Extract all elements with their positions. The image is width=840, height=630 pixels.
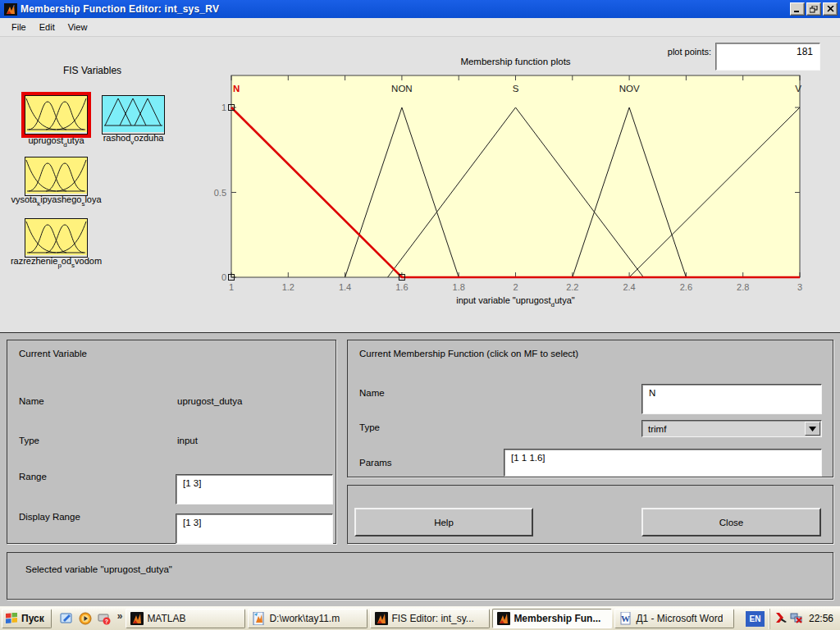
close-button[interactable]: Close — [641, 508, 821, 536]
quick-launch-show-desktop[interactable] — [58, 610, 75, 627]
mf-label-NOV[interactable]: NOV — [619, 84, 640, 94]
fis-variable-selection-border — [98, 92, 168, 138]
trimf-preview-icon — [103, 96, 164, 132]
actions-panel: Help Close — [347, 485, 833, 544]
taskbar-button-label: MATLAB — [147, 613, 185, 624]
mf-params-label: Params — [359, 458, 392, 468]
chevron-down-icon[interactable] — [805, 422, 820, 436]
status-panel: Selected variable "uprugost_dutya" — [7, 552, 833, 600]
taskbar-button-matlab[interactable]: MATLAB — [126, 609, 245, 628]
windows-logo-icon — [6, 613, 18, 624]
y-tick-label: 0 — [221, 272, 226, 282]
toolbar-overflow-chevron[interactable]: » — [116, 610, 126, 627]
mf-label-S[interactable]: S — [513, 84, 519, 94]
mf-type-label: Type — [359, 422, 380, 432]
fis-variable-label: vysotakipyashegosloya — [11, 194, 101, 208]
x-tick-label: 3 — [797, 282, 802, 292]
fis-variable-vysota_kipyashego_sloya[interactable]: vysotakipyashegosloya — [21, 153, 91, 199]
fis-variable-razrezhenie_pod_svodom[interactable]: razrezheniepodsvodom — [21, 215, 91, 261]
restore-button[interactable] — [806, 2, 821, 16]
plot-background[interactable] — [231, 75, 800, 277]
tray-network-error-icon[interactable] — [790, 611, 803, 626]
mf-params-input[interactable]: [1 1 1.6] — [504, 449, 822, 477]
word-icon: W — [619, 612, 632, 625]
membership-plot[interactable]: 11.21.41.61.822.22.42.62.8300.51NONSNOVV… — [197, 70, 840, 316]
menu-file[interactable]: File — [5, 20, 33, 34]
fis-variable-rashod_vozduha[interactable]: rashodvozduha — [98, 92, 168, 138]
mf-name-label: Name — [359, 388, 385, 398]
matlab-icon — [497, 612, 510, 625]
title-bar: Membership Function Editor: int_sys_RV — [0, 0, 840, 18]
fis-variable-uprugost_dutya[interactable]: uprugostdutya — [21, 92, 91, 138]
taskbar-clock: 22:56 — [806, 613, 833, 624]
network-error-icon — [790, 611, 803, 624]
taskbar-button-membership-fun-[interactable]: Membership Fun... — [492, 609, 612, 628]
mf-type-value: trimf — [642, 424, 805, 434]
range-input[interactable]: [1 3] — [176, 474, 333, 504]
minimize-button[interactable] — [790, 2, 805, 16]
taskbar-button-label: D:\work\tay11.m — [269, 613, 340, 624]
tray-kaspersky-icon[interactable] — [775, 611, 788, 626]
svg-text:W: W — [621, 614, 630, 623]
fis-variable-label: rashodvozduha — [103, 133, 164, 146]
cv-range-label: Range — [19, 472, 47, 482]
matlab-file-icon — [253, 612, 266, 625]
taskbar-button-label: Membership Fun... — [514, 613, 600, 624]
mf-label-V[interactable]: V — [795, 84, 801, 94]
current-variable-heading: Current Variable — [19, 349, 87, 358]
svg-text:?: ? — [105, 619, 108, 624]
close-icon[interactable] — [823, 2, 838, 16]
taskbar: Пуск ? » MATLABD:\work\tay11.mFIS Editor… — [0, 606, 840, 630]
x-tick-label: 2.6 — [680, 282, 692, 292]
quick-launch-bar: ? — [52, 610, 116, 627]
menu-edit[interactable]: Edit — [33, 20, 62, 34]
plot-title: Membership function plots — [231, 57, 800, 66]
x-tick-label: 1.6 — [395, 282, 408, 292]
matlab-icon — [130, 612, 144, 625]
taskbar-button-fis-editor-int-sy-[interactable]: FIS Editor: int_sy... — [370, 609, 490, 628]
display-range-input[interactable]: [1 3] — [176, 514, 333, 544]
x-tick-label: 2.4 — [623, 282, 635, 292]
media-player-icon — [79, 612, 92, 625]
fis-variable-icon — [25, 95, 88, 135]
mf-label-N[interactable]: N — [233, 84, 240, 94]
fis-variable-icon — [102, 95, 165, 135]
gaussmf-preview-icon — [25, 158, 87, 194]
window-title: Membership Function Editor: int_sys_RV — [21, 3, 788, 15]
fis-variable-selection-border — [21, 92, 91, 138]
fis-variables-heading: FIS Variables — [25, 65, 160, 76]
current-variable-panel: Current Variable Name uprugost_dutya Typ… — [7, 340, 336, 544]
show-desktop-icon — [60, 612, 73, 625]
menu-view[interactable]: View — [62, 20, 94, 34]
x-tick-label: 1 — [229, 282, 234, 292]
start-label: Пуск — [21, 613, 44, 624]
taskbar-button-label: FIS Editor: int_sy... — [391, 613, 473, 624]
x-tick-label: 1.2 — [282, 282, 294, 292]
fis-variable-icon — [25, 218, 88, 258]
taskbar-button-label: Д1 - Microsoft Word — [636, 613, 723, 624]
y-tick-label: 0.5 — [214, 188, 226, 198]
cv-display-range-label: Display Range — [19, 512, 80, 522]
x-tick-label: 1.4 — [339, 282, 351, 292]
fis-variable-label: razrezheniepodsvodom — [11, 256, 102, 269]
taskbar-button-d-work-tay11-m[interactable]: D:\work\tay11.m — [248, 609, 368, 628]
quick-launch-help-session[interactable]: ? — [96, 610, 112, 627]
mf-name-input[interactable]: N — [641, 384, 822, 414]
language-indicator[interactable]: EN — [746, 611, 765, 627]
fis-variable-selection-border — [21, 215, 91, 261]
start-button[interactable]: Пуск — [2, 609, 52, 628]
help-button[interactable]: Help — [354, 508, 533, 536]
matlab-app-icon — [4, 3, 17, 16]
taskbar-button--1-microsoft-word[interactable]: WД1 - Microsoft Word — [614, 609, 734, 628]
x-tick-label: 1.8 — [453, 282, 465, 292]
fis-variable-label: uprugostdutya — [28, 135, 84, 148]
cv-type-value: input — [177, 436, 198, 445]
mf-type-dropdown[interactable]: trimf — [641, 420, 822, 437]
status-text: Selected variable "uprugost_dutya" — [25, 564, 172, 574]
membership-function-editor-window: Membership Function Editor: int_sys_RV F… — [0, 0, 840, 630]
mf-label-NON[interactable]: NON — [391, 84, 413, 94]
quick-launch-media-player[interactable] — [77, 610, 94, 627]
x-tick-label: 2.8 — [737, 282, 749, 292]
x-tick-label: 2.2 — [566, 282, 578, 292]
cv-name-value: uprugost_dutya — [177, 396, 242, 406]
